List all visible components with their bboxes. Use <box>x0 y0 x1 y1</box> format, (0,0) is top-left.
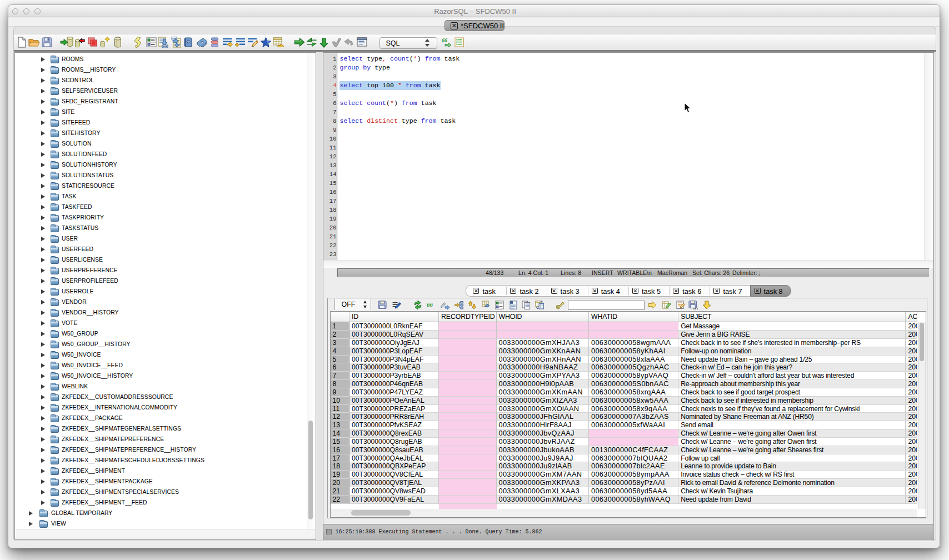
svg-text:66: 66 <box>427 301 433 308</box>
svg-text:66: 66 <box>442 37 447 43</box>
